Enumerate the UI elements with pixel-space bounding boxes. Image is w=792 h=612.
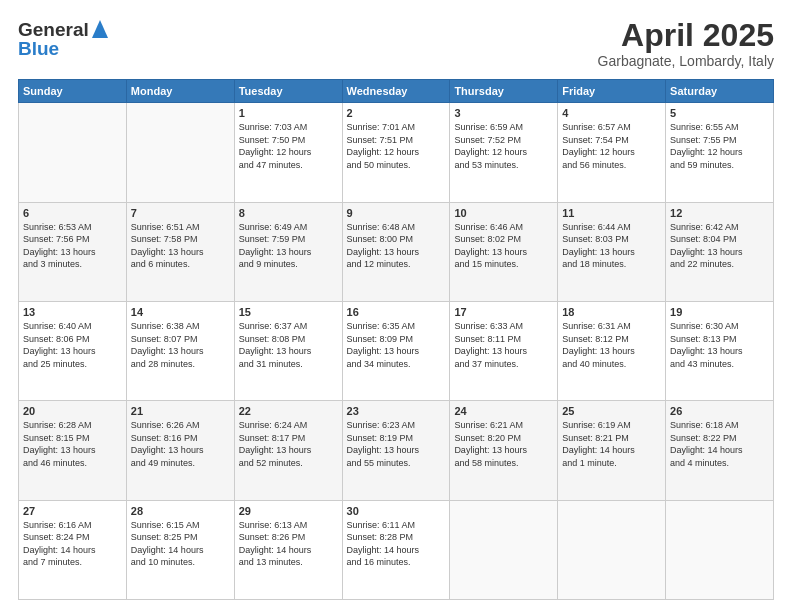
- table-row: [666, 500, 774, 599]
- day-number: 7: [131, 207, 230, 219]
- table-row: 8Sunrise: 6:49 AM Sunset: 7:59 PM Daylig…: [234, 202, 342, 301]
- table-row: 17Sunrise: 6:33 AM Sunset: 8:11 PM Dayli…: [450, 301, 558, 400]
- page: General Blue April 2025 Garbagnate, Lomb…: [0, 0, 792, 612]
- table-row: 21Sunrise: 6:26 AM Sunset: 8:16 PM Dayli…: [126, 401, 234, 500]
- day-info: Sunrise: 6:38 AM Sunset: 8:07 PM Dayligh…: [131, 320, 230, 370]
- day-number: 19: [670, 306, 769, 318]
- table-row: [126, 103, 234, 202]
- day-info: Sunrise: 6:57 AM Sunset: 7:54 PM Dayligh…: [562, 121, 661, 171]
- day-number: 4: [562, 107, 661, 119]
- table-row: 26Sunrise: 6:18 AM Sunset: 8:22 PM Dayli…: [666, 401, 774, 500]
- day-info: Sunrise: 6:28 AM Sunset: 8:15 PM Dayligh…: [23, 419, 122, 469]
- table-row: 28Sunrise: 6:15 AM Sunset: 8:25 PM Dayli…: [126, 500, 234, 599]
- table-row: 13Sunrise: 6:40 AM Sunset: 8:06 PM Dayli…: [19, 301, 127, 400]
- day-number: 5: [670, 107, 769, 119]
- day-info: Sunrise: 7:01 AM Sunset: 7:51 PM Dayligh…: [347, 121, 446, 171]
- table-row: 9Sunrise: 6:48 AM Sunset: 8:00 PM Daylig…: [342, 202, 450, 301]
- day-info: Sunrise: 6:24 AM Sunset: 8:17 PM Dayligh…: [239, 419, 338, 469]
- table-row: 12Sunrise: 6:42 AM Sunset: 8:04 PM Dayli…: [666, 202, 774, 301]
- day-number: 9: [347, 207, 446, 219]
- day-info: Sunrise: 6:33 AM Sunset: 8:11 PM Dayligh…: [454, 320, 553, 370]
- day-number: 2: [347, 107, 446, 119]
- table-row: 3Sunrise: 6:59 AM Sunset: 7:52 PM Daylig…: [450, 103, 558, 202]
- table-row: 14Sunrise: 6:38 AM Sunset: 8:07 PM Dayli…: [126, 301, 234, 400]
- day-number: 26: [670, 405, 769, 417]
- day-info: Sunrise: 6:40 AM Sunset: 8:06 PM Dayligh…: [23, 320, 122, 370]
- table-row: 29Sunrise: 6:13 AM Sunset: 8:26 PM Dayli…: [234, 500, 342, 599]
- table-row: 20Sunrise: 6:28 AM Sunset: 8:15 PM Dayli…: [19, 401, 127, 500]
- table-row: 27Sunrise: 6:16 AM Sunset: 8:24 PM Dayli…: [19, 500, 127, 599]
- day-info: Sunrise: 6:16 AM Sunset: 8:24 PM Dayligh…: [23, 519, 122, 569]
- col-saturday: Saturday: [666, 80, 774, 103]
- day-number: 3: [454, 107, 553, 119]
- day-info: Sunrise: 6:15 AM Sunset: 8:25 PM Dayligh…: [131, 519, 230, 569]
- table-row: 24Sunrise: 6:21 AM Sunset: 8:20 PM Dayli…: [450, 401, 558, 500]
- calendar-week-row: 1Sunrise: 7:03 AM Sunset: 7:50 PM Daylig…: [19, 103, 774, 202]
- day-info: Sunrise: 6:31 AM Sunset: 8:12 PM Dayligh…: [562, 320, 661, 370]
- day-info: Sunrise: 6:37 AM Sunset: 8:08 PM Dayligh…: [239, 320, 338, 370]
- table-row: 6Sunrise: 6:53 AM Sunset: 7:56 PM Daylig…: [19, 202, 127, 301]
- title-area: April 2025 Garbagnate, Lombardy, Italy: [598, 18, 774, 69]
- col-sunday: Sunday: [19, 80, 127, 103]
- day-info: Sunrise: 6:13 AM Sunset: 8:26 PM Dayligh…: [239, 519, 338, 569]
- day-info: Sunrise: 6:53 AM Sunset: 7:56 PM Dayligh…: [23, 221, 122, 271]
- table-row: [558, 500, 666, 599]
- day-number: 6: [23, 207, 122, 219]
- day-number: 1: [239, 107, 338, 119]
- day-info: Sunrise: 6:26 AM Sunset: 8:16 PM Dayligh…: [131, 419, 230, 469]
- col-monday: Monday: [126, 80, 234, 103]
- day-number: 13: [23, 306, 122, 318]
- day-info: Sunrise: 6:35 AM Sunset: 8:09 PM Dayligh…: [347, 320, 446, 370]
- day-number: 28: [131, 505, 230, 517]
- table-row: 7Sunrise: 6:51 AM Sunset: 7:58 PM Daylig…: [126, 202, 234, 301]
- col-thursday: Thursday: [450, 80, 558, 103]
- day-number: 12: [670, 207, 769, 219]
- table-row: [450, 500, 558, 599]
- table-row: 22Sunrise: 6:24 AM Sunset: 8:17 PM Dayli…: [234, 401, 342, 500]
- day-info: Sunrise: 6:46 AM Sunset: 8:02 PM Dayligh…: [454, 221, 553, 271]
- day-number: 14: [131, 306, 230, 318]
- day-number: 10: [454, 207, 553, 219]
- col-friday: Friday: [558, 80, 666, 103]
- day-info: Sunrise: 6:21 AM Sunset: 8:20 PM Dayligh…: [454, 419, 553, 469]
- table-row: 30Sunrise: 6:11 AM Sunset: 8:28 PM Dayli…: [342, 500, 450, 599]
- calendar-header-row: Sunday Monday Tuesday Wednesday Thursday…: [19, 80, 774, 103]
- col-wednesday: Wednesday: [342, 80, 450, 103]
- col-tuesday: Tuesday: [234, 80, 342, 103]
- day-number: 20: [23, 405, 122, 417]
- day-number: 8: [239, 207, 338, 219]
- table-row: 2Sunrise: 7:01 AM Sunset: 7:51 PM Daylig…: [342, 103, 450, 202]
- day-info: Sunrise: 6:51 AM Sunset: 7:58 PM Dayligh…: [131, 221, 230, 271]
- day-info: Sunrise: 6:44 AM Sunset: 8:03 PM Dayligh…: [562, 221, 661, 271]
- day-info: Sunrise: 6:23 AM Sunset: 8:19 PM Dayligh…: [347, 419, 446, 469]
- day-number: 15: [239, 306, 338, 318]
- calendar-week-row: 20Sunrise: 6:28 AM Sunset: 8:15 PM Dayli…: [19, 401, 774, 500]
- calendar-week-row: 6Sunrise: 6:53 AM Sunset: 7:56 PM Daylig…: [19, 202, 774, 301]
- calendar-week-row: 13Sunrise: 6:40 AM Sunset: 8:06 PM Dayli…: [19, 301, 774, 400]
- calendar-title: April 2025: [598, 18, 774, 53]
- calendar-subtitle: Garbagnate, Lombardy, Italy: [598, 53, 774, 69]
- day-info: Sunrise: 6:30 AM Sunset: 8:13 PM Dayligh…: [670, 320, 769, 370]
- day-number: 25: [562, 405, 661, 417]
- day-number: 16: [347, 306, 446, 318]
- table-row: [19, 103, 127, 202]
- day-info: Sunrise: 6:48 AM Sunset: 8:00 PM Dayligh…: [347, 221, 446, 271]
- day-info: Sunrise: 6:42 AM Sunset: 8:04 PM Dayligh…: [670, 221, 769, 271]
- logo-blue: Blue: [18, 38, 59, 60]
- day-number: 24: [454, 405, 553, 417]
- day-number: 21: [131, 405, 230, 417]
- table-row: 25Sunrise: 6:19 AM Sunset: 8:21 PM Dayli…: [558, 401, 666, 500]
- day-info: Sunrise: 6:55 AM Sunset: 7:55 PM Dayligh…: [670, 121, 769, 171]
- day-info: Sunrise: 6:18 AM Sunset: 8:22 PM Dayligh…: [670, 419, 769, 469]
- day-number: 22: [239, 405, 338, 417]
- svg-marker-0: [92, 20, 108, 38]
- table-row: 23Sunrise: 6:23 AM Sunset: 8:19 PM Dayli…: [342, 401, 450, 500]
- table-row: 11Sunrise: 6:44 AM Sunset: 8:03 PM Dayli…: [558, 202, 666, 301]
- table-row: 5Sunrise: 6:55 AM Sunset: 7:55 PM Daylig…: [666, 103, 774, 202]
- day-number: 30: [347, 505, 446, 517]
- table-row: 1Sunrise: 7:03 AM Sunset: 7:50 PM Daylig…: [234, 103, 342, 202]
- table-row: 4Sunrise: 6:57 AM Sunset: 7:54 PM Daylig…: [558, 103, 666, 202]
- header: General Blue April 2025 Garbagnate, Lomb…: [18, 18, 774, 69]
- day-number: 23: [347, 405, 446, 417]
- day-number: 17: [454, 306, 553, 318]
